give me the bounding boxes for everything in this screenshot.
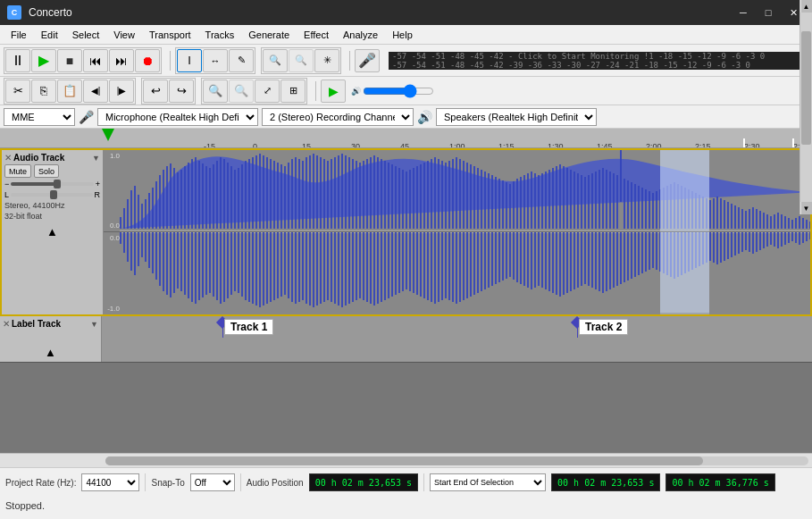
svg-rect-81 bbox=[409, 170, 411, 229]
zoom-out-tool-button[interactable]: 🔍 bbox=[289, 49, 314, 72]
svg-rect-187 bbox=[788, 218, 790, 229]
undo-button[interactable]: ↩ bbox=[143, 80, 168, 103]
copy-button[interactable]: ⎘ bbox=[31, 80, 56, 103]
select-tool-button[interactable]: I bbox=[177, 49, 202, 72]
star-tool-button[interactable]: ✳ bbox=[314, 49, 339, 72]
svg-rect-230 bbox=[241, 232, 243, 297]
hscroll-thumb[interactable] bbox=[105, 456, 703, 465]
svg-rect-226 bbox=[227, 232, 229, 298]
stop-button[interactable]: ■ bbox=[57, 49, 82, 72]
label-track-title-row: ✕ Label Track ▼ bbox=[3, 319, 98, 329]
fit-selection-button[interactable]: ⤢ bbox=[255, 80, 280, 103]
menu-tracks[interactable]: Tracks bbox=[198, 28, 242, 42]
zoom-out-button[interactable]: 🔍 bbox=[229, 80, 254, 103]
sel-type-select[interactable]: Start End Of Selection bbox=[430, 473, 546, 491]
minimize-button[interactable]: ─ bbox=[732, 4, 755, 21]
menu-generate[interactable]: Generate bbox=[241, 28, 297, 42]
speaker-select[interactable]: Speakers (Realtek High Definiti bbox=[436, 108, 597, 126]
svg-rect-315 bbox=[545, 232, 547, 289]
snap-select[interactable]: Off bbox=[190, 473, 235, 491]
svg-rect-134 bbox=[599, 170, 600, 229]
vu-meter-bottom[interactable]: -57 -54 -51 -48 -45 -42 -39 -36 -33 -30 … bbox=[389, 61, 808, 70]
menu-file[interactable]: File bbox=[4, 28, 34, 42]
menu-analyze[interactable]: Analyze bbox=[336, 28, 385, 42]
label-track-content[interactable]: Track 1 Track 2 bbox=[102, 316, 812, 362]
trim-right-button[interactable]: |▶ bbox=[109, 80, 134, 103]
menu-view[interactable]: View bbox=[106, 28, 142, 42]
svg-rect-280 bbox=[420, 232, 422, 297]
hscroll-track[interactable] bbox=[105, 456, 808, 465]
audio-track-expand[interactable]: ▲ bbox=[4, 225, 100, 239]
mute-button[interactable]: Mute bbox=[4, 164, 31, 178]
svg-rect-171 bbox=[731, 204, 732, 229]
svg-rect-148 bbox=[649, 191, 650, 229]
menu-transport[interactable]: Transport bbox=[142, 28, 198, 42]
vu-meter-top[interactable]: -57 -54 -51 -48 -45 -42 - Click to Start… bbox=[389, 52, 808, 61]
redo-button[interactable]: ↪ bbox=[169, 80, 194, 103]
maximize-button[interactable]: □ bbox=[757, 4, 780, 21]
driver-select[interactable]: MME bbox=[4, 108, 75, 126]
svg-rect-383 bbox=[788, 232, 790, 243]
play-green-button[interactable]: ▶ bbox=[321, 80, 346, 103]
menu-edit[interactable]: Edit bbox=[34, 28, 65, 42]
sel-end-display[interactable]: 00 h 02 m 36,776 s bbox=[666, 473, 774, 491]
svg-rect-384 bbox=[791, 232, 793, 241]
svg-rect-135 bbox=[602, 168, 604, 229]
svg-rect-234 bbox=[255, 232, 257, 306]
playback-volume-slider[interactable] bbox=[363, 86, 434, 96]
svg-rect-60 bbox=[334, 157, 336, 229]
audio-track-content[interactable]: 1.0 0.0 bbox=[104, 150, 810, 314]
menu-effect[interactable]: Effect bbox=[297, 28, 336, 42]
mic-button[interactable]: 🎤 bbox=[355, 49, 380, 72]
label-track-close[interactable]: ✕ bbox=[3, 319, 10, 329]
svg-rect-17 bbox=[180, 170, 182, 229]
svg-rect-248 bbox=[306, 232, 307, 304]
label-track-dropdown[interactable]: ▼ bbox=[90, 320, 98, 329]
sep3 bbox=[315, 81, 316, 101]
svg-rect-65 bbox=[352, 159, 354, 229]
play-button[interactable]: ▶ bbox=[31, 49, 56, 72]
fit-project-button[interactable]: ⊞ bbox=[280, 80, 306, 103]
svg-rect-180 bbox=[763, 213, 765, 229]
trim-left-button[interactable]: ◀| bbox=[83, 80, 108, 103]
record-button[interactable]: ⏺ bbox=[135, 49, 160, 72]
cut-button[interactable]: ✂ bbox=[5, 80, 30, 103]
volume-slider[interactable] bbox=[11, 182, 93, 186]
svg-rect-122 bbox=[556, 166, 557, 229]
menu-select[interactable]: Select bbox=[65, 28, 107, 42]
speaker-icon: 🔊 bbox=[417, 110, 432, 124]
draw-tool-button[interactable]: ✎ bbox=[229, 49, 254, 72]
microphone-select[interactable]: Microphone (Realtek High Defini... bbox=[97, 108, 258, 126]
svg-rect-169 bbox=[724, 200, 725, 229]
menu-help[interactable]: Help bbox=[385, 28, 420, 42]
svg-rect-1 bbox=[123, 208, 125, 229]
envelope-tool-button[interactable]: ↔ bbox=[203, 49, 228, 72]
pause-button[interactable]: ⏸ bbox=[5, 49, 30, 72]
audio-track-close[interactable]: ✕ bbox=[4, 153, 12, 163]
svg-rect-208 bbox=[163, 232, 164, 291]
paste-button[interactable]: 📋 bbox=[57, 80, 82, 103]
svg-rect-79 bbox=[402, 170, 404, 229]
skip-fwd-button[interactable]: ⏭ bbox=[109, 49, 134, 72]
channels-select[interactable]: 2 (Stereo) Recording Channels bbox=[262, 108, 414, 126]
label-track-expand[interactable]: ▲ bbox=[3, 346, 98, 359]
vertical-scrollbar[interactable]: ▲ ▼ bbox=[799, 148, 812, 214]
svg-rect-67 bbox=[359, 163, 361, 229]
scroll-down-arrow[interactable]: ▼ bbox=[801, 202, 812, 214]
solo-button[interactable]: Solo bbox=[34, 164, 59, 178]
svg-rect-145 bbox=[638, 186, 640, 229]
audio-track-dropdown[interactable]: ▼ bbox=[92, 154, 100, 163]
pan-slider[interactable] bbox=[11, 193, 92, 197]
skip-back-button[interactable]: ⏮ bbox=[83, 49, 108, 72]
scroll-track[interactable] bbox=[800, 148, 812, 202]
timeline-ruler[interactable]: -15 0 15 30 45 1:00 1:15 1:30 1:45 2:00 … bbox=[0, 129, 812, 148]
project-rate-select[interactable]: 44100 bbox=[81, 473, 139, 491]
svg-rect-52 bbox=[306, 157, 307, 229]
svg-rect-90 bbox=[441, 161, 443, 229]
zoom-in-button[interactable]: 🔍 bbox=[203, 80, 228, 103]
sel-start-display[interactable]: 00 h 02 m 23,653 s bbox=[551, 473, 660, 491]
audio-position-display[interactable]: 00 h 02 m 23,653 s bbox=[309, 473, 418, 491]
svg-rect-15 bbox=[173, 168, 175, 229]
zoom-in-tool-button[interactable]: 🔍 bbox=[263, 49, 288, 72]
svg-rect-165 bbox=[709, 200, 711, 229]
